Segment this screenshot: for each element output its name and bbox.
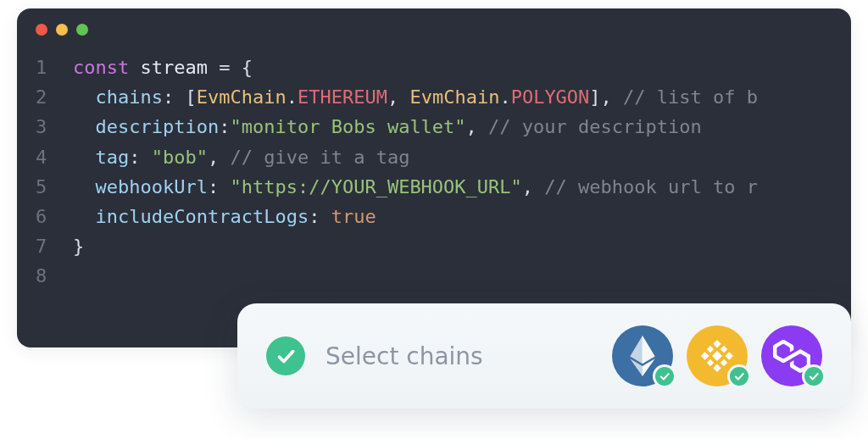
svg-rect-5 [713,364,721,373]
ethereum-icon [630,336,655,376]
chain-icons [612,325,822,386]
code-line: 7} [36,231,851,261]
svg-marker-0 [643,336,655,364]
code-line: 4 tag: "bob", // give it a tag [36,142,851,172]
close-icon[interactable] [36,24,47,36]
minimize-icon[interactable] [56,24,68,36]
line-content: includeContractLogs: true [73,202,376,231]
line-number: 2 [36,82,73,112]
svg-rect-8 [712,351,722,361]
svg-rect-6 [701,352,709,360]
selected-check-icon [802,364,826,388]
line-number: 1 [36,53,73,82]
maximize-icon[interactable] [76,24,88,36]
line-content: chains: [EvmChain.ETHEREUM, EvmChain.POL… [73,82,758,112]
line-content: } [73,231,84,261]
panel-title: Select chains [326,342,483,370]
svg-rect-10 [721,346,727,353]
line-number: 6 [36,202,73,231]
polygon-chain-button[interactable] [761,325,822,386]
code-line: 3 description:"monitor Bobs wallet", // … [36,112,851,142]
svg-rect-9 [707,346,714,353]
line-number: 4 [36,142,73,172]
selected-check-icon [727,364,751,388]
svg-marker-1 [630,336,643,364]
code-content[interactable]: 1const stream = {2 chains: [EvmChain.ETH… [17,36,851,292]
check-icon [266,336,305,375]
line-content: description:"monitor Bobs wallet", // yo… [73,112,702,142]
code-line: 2 chains: [EvmChain.ETHEREUM, EvmChain.P… [36,82,851,112]
line-number: 5 [36,172,73,202]
ethereum-chain-button[interactable] [612,325,673,386]
window-traffic-lights [17,8,851,36]
line-number: 3 [36,112,73,142]
code-line: 8 [36,261,851,291]
code-line: 6 includeContractLogs: true [36,202,851,231]
code-editor: 1const stream = {2 chains: [EvmChain.ETH… [17,8,851,347]
code-line: 1const stream = { [36,53,851,82]
line-content: tag: "bob", // give it a tag [73,142,409,172]
selected-check-icon [653,364,676,388]
line-number: 7 [36,231,73,261]
line-number: 8 [36,261,73,291]
svg-rect-4 [713,340,721,348]
line-content: const stream = { [73,53,253,82]
select-chains-panel: Select chains [237,303,851,408]
bnb-chain-button[interactable] [687,325,748,386]
code-line: 5 webhookUrl: "https://YOUR_WEBHOOK_URL"… [36,172,851,202]
svg-rect-11 [707,359,714,366]
line-content: webhookUrl: "https://YOUR_WEBHOOK_URL", … [73,172,758,202]
svg-rect-7 [726,352,734,360]
svg-rect-12 [721,359,727,366]
